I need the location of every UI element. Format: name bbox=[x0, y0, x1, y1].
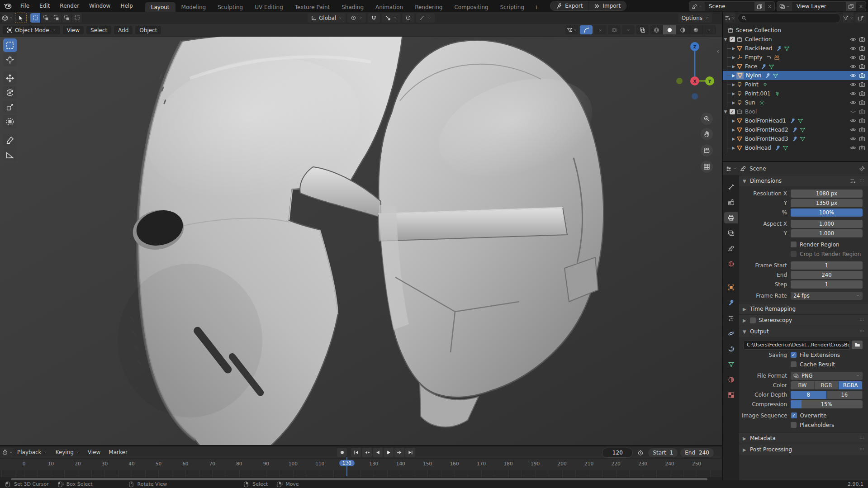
hide-eye-icon[interactable] bbox=[850, 72, 856, 79]
hide-eye-icon[interactable] bbox=[850, 90, 856, 97]
new-scene-button[interactable] bbox=[754, 2, 765, 11]
jump-to-start-button[interactable] bbox=[351, 448, 361, 457]
collection-checkbox[interactable]: ✓ bbox=[730, 109, 735, 114]
shading-settings-dropdown[interactable] bbox=[702, 25, 716, 34]
tab-scene[interactable] bbox=[724, 243, 738, 254]
timeline-ruler[interactable]: 0102030405060708090100110120130140150160… bbox=[0, 458, 722, 470]
show-gizmo-toggle[interactable] bbox=[580, 25, 593, 34]
outliner-row-boolfronthead2[interactable]: ▶ BoolFrontHead2 bbox=[723, 125, 868, 134]
disable-render-icon[interactable] bbox=[859, 45, 865, 52]
outliner-row-point[interactable]: ▶ Point bbox=[723, 80, 868, 89]
tab-modeling[interactable]: Modeling bbox=[175, 2, 212, 12]
options-dropdown[interactable]: Options bbox=[678, 13, 712, 23]
expand-arrow-icon[interactable]: ▼ bbox=[723, 109, 728, 114]
next-keyframe-button[interactable] bbox=[394, 448, 404, 457]
helmet-front-mask[interactable] bbox=[118, 32, 403, 445]
resolution-y-field[interactable]: 1350 px bbox=[791, 199, 863, 207]
output-path-field[interactable]: C:\Users\Federico\Deskt...Render\CrossBo… bbox=[744, 340, 850, 350]
select-mode-subtract[interactable] bbox=[51, 13, 62, 23]
render-disabled-icon[interactable] bbox=[859, 109, 865, 115]
navigation-gizmo[interactable]: Z X Y bbox=[676, 42, 714, 99]
tab-output[interactable] bbox=[724, 212, 738, 223]
color-rgb-button[interactable]: RGB bbox=[815, 381, 839, 389]
cache-result-checkbox[interactable] bbox=[791, 361, 797, 367]
collection-checkbox[interactable]: ✓ bbox=[730, 37, 735, 42]
timeline-menu-playback[interactable]: Playback bbox=[13, 449, 52, 455]
timeline-menu-view[interactable]: View bbox=[84, 449, 104, 455]
tool-transform[interactable] bbox=[3, 115, 17, 128]
disable-render-icon[interactable] bbox=[859, 90, 865, 97]
viewport-menu-add[interactable]: Add bbox=[114, 26, 133, 34]
zoom-button[interactable] bbox=[701, 113, 713, 125]
tool-rotate[interactable] bbox=[3, 86, 17, 99]
new-view-layer-button[interactable] bbox=[846, 2, 856, 11]
jump-to-end-button[interactable] bbox=[405, 448, 415, 457]
blender-menu-button[interactable] bbox=[0, 0, 15, 12]
outliner-row-backhead[interactable]: ▶ BackHead bbox=[723, 44, 868, 53]
panel-dimensions[interactable]: ▼Dimensions bbox=[739, 175, 868, 186]
file-format-dropdown[interactable]: PNG bbox=[791, 372, 863, 380]
tab-sculpting[interactable]: Sculpting bbox=[212, 2, 249, 12]
outliner-search[interactable] bbox=[738, 13, 840, 23]
overwrite-checkbox[interactable]: ✓ bbox=[791, 412, 797, 418]
resolution-x-field[interactable]: 1080 px bbox=[791, 190, 863, 198]
hide-eye-icon[interactable] bbox=[850, 81, 856, 88]
shading-wireframe[interactable] bbox=[650, 25, 663, 34]
disable-render-icon[interactable] bbox=[859, 36, 865, 43]
crop-render-region-checkbox[interactable] bbox=[791, 251, 797, 257]
export-button[interactable]: Export bbox=[550, 1, 588, 10]
tab-texture[interactable] bbox=[724, 389, 738, 401]
outliner-search-input[interactable] bbox=[749, 15, 837, 21]
play-reverse-button[interactable] bbox=[373, 448, 383, 457]
hide-eye-icon[interactable] bbox=[850, 136, 856, 142]
hide-eye-icon[interactable] bbox=[850, 99, 856, 106]
timeline-menu-keying[interactable]: Keying bbox=[52, 449, 84, 455]
tab-rendering[interactable]: Rendering bbox=[409, 2, 448, 12]
overlays-settings-dropdown[interactable] bbox=[622, 25, 635, 34]
viewport-menu-object[interactable]: Object bbox=[135, 26, 161, 34]
snap-settings-dropdown[interactable] bbox=[382, 13, 400, 23]
auto-keying-clock-button[interactable] bbox=[636, 448, 645, 457]
file-extensions-checkbox[interactable]: ✓ bbox=[791, 352, 797, 358]
disable-render-icon[interactable] bbox=[859, 72, 865, 79]
tool-select-box[interactable] bbox=[3, 38, 17, 52]
tab-shading[interactable]: Shading bbox=[336, 2, 370, 12]
prev-keyframe-button[interactable] bbox=[362, 448, 372, 457]
render-region-checkbox[interactable] bbox=[791, 242, 797, 247]
depth-8-button[interactable]: 8 bbox=[791, 391, 827, 399]
placeholders-checkbox[interactable] bbox=[791, 422, 797, 428]
tool-measure[interactable] bbox=[3, 148, 17, 161]
browse-output-path-button[interactable] bbox=[852, 341, 863, 349]
unlink-scene-button[interactable] bbox=[765, 4, 774, 9]
tab-texture-paint[interactable]: Texture Paint bbox=[289, 2, 336, 12]
disable-render-icon[interactable] bbox=[859, 63, 865, 70]
tab-scripting[interactable]: Scripting bbox=[494, 2, 530, 12]
tab-material[interactable] bbox=[724, 374, 738, 385]
current-frame-field[interactable]: 120 bbox=[602, 448, 633, 458]
scene-selector[interactable]: Scene bbox=[689, 1, 775, 11]
panel-post-processing[interactable]: ▶Post Processing bbox=[739, 444, 868, 455]
shading-rendered[interactable] bbox=[689, 25, 702, 34]
tab-modifiers[interactable] bbox=[724, 297, 738, 308]
hidden-eye-icon[interactable] bbox=[850, 109, 856, 115]
proportional-editing-toggle[interactable] bbox=[402, 13, 414, 23]
new-collection-button[interactable] bbox=[855, 13, 866, 23]
frame-end-field[interactable]: 240 bbox=[791, 271, 863, 279]
tool-move[interactable] bbox=[3, 71, 17, 85]
record-button[interactable] bbox=[337, 448, 347, 457]
disable-render-icon[interactable] bbox=[859, 136, 865, 142]
stereoscopy-checkbox[interactable] bbox=[750, 317, 756, 323]
disable-render-icon[interactable] bbox=[859, 118, 865, 124]
remove-view-layer-button[interactable] bbox=[856, 4, 866, 9]
expand-arrow-icon[interactable]: ▼ bbox=[723, 37, 728, 42]
tool-cursor[interactable] bbox=[3, 53, 17, 66]
shading-material-preview[interactable] bbox=[676, 25, 689, 34]
tab-uv-editing[interactable]: UV Editing bbox=[249, 2, 289, 12]
panel-output[interactable]: ▼Output bbox=[739, 326, 868, 337]
disable-render-icon[interactable] bbox=[859, 54, 865, 61]
tab-physics[interactable] bbox=[724, 328, 738, 339]
hide-eye-icon[interactable] bbox=[850, 36, 856, 43]
menu-file[interactable]: File bbox=[15, 0, 34, 12]
view-layer-browse-button[interactable] bbox=[777, 2, 793, 11]
menu-edit[interactable]: Edit bbox=[34, 0, 55, 12]
